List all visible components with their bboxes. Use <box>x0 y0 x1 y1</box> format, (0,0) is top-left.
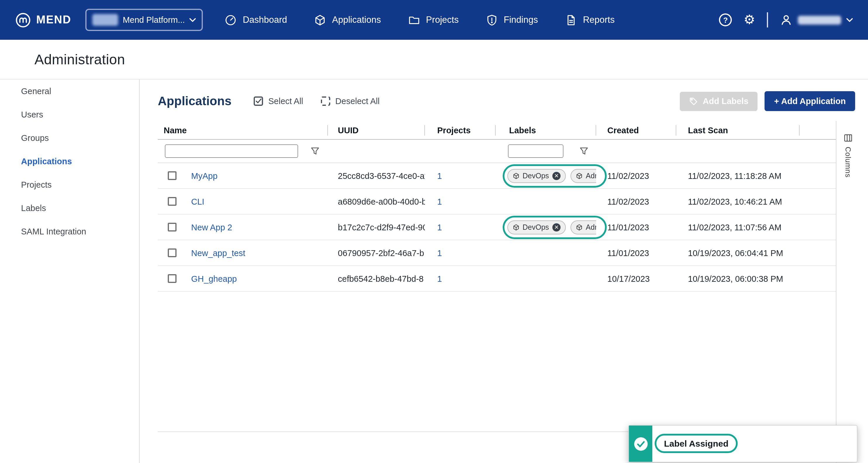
label-chip[interactable]: DevOps ✕ <box>507 169 566 183</box>
toast-body: Label Assigned <box>652 426 857 462</box>
admin-sidebar: General Users Groups Applications Projec… <box>0 80 140 463</box>
app-name-link[interactable]: New_app_test <box>191 248 245 257</box>
row-checkbox[interactable] <box>168 223 177 232</box>
filter-funnel-icon[interactable] <box>580 147 588 155</box>
filter-funnel-icon[interactable] <box>311 147 319 155</box>
header-created-label: Created <box>607 125 639 135</box>
created-date: 11/02/2023 <box>607 197 649 206</box>
toast-success-icon <box>629 426 652 462</box>
columns-panel-toggle[interactable]: Columns <box>836 121 859 463</box>
toast-message: Label Assigned <box>664 438 728 449</box>
header-created[interactable]: Created <box>596 121 676 139</box>
projects-count-link[interactable]: 1 <box>437 274 442 283</box>
row-checkbox[interactable] <box>168 274 177 283</box>
header-name-label: Name <box>164 125 187 135</box>
labels-filter-input[interactable] <box>508 145 563 158</box>
main-nav: Dashboard Applications Projects Findings <box>211 0 628 40</box>
applications-toolbar: Applications Select All Deselect All Add… <box>158 88 855 115</box>
mend-logo[interactable]: MEND <box>15 12 71 28</box>
sidebar-item-groups[interactable]: Groups <box>0 126 139 150</box>
header-last-scan[interactable]: Last Scan <box>676 121 800 139</box>
add-application-label: + Add Application <box>774 96 846 106</box>
row-checkbox[interactable] <box>168 248 177 257</box>
section-heading: Applications <box>158 94 231 108</box>
last-scan-date: 10/19/2023, 06:04:41 PM <box>688 248 783 257</box>
remove-label-icon[interactable]: ✕ <box>552 172 561 180</box>
app-uuid: 25cc8cd3-6537-4ce0-af <box>338 171 425 180</box>
sidebar-item-applications[interactable]: Applications <box>0 150 139 173</box>
nav-applications[interactable]: Applications <box>301 0 394 40</box>
add-labels-button[interactable]: Add Labels <box>680 92 758 111</box>
projects-count-link[interactable]: 1 <box>437 171 442 180</box>
nav-reports[interactable]: Reports <box>552 0 628 40</box>
app-name-link[interactable]: CLI <box>191 197 204 206</box>
nav-dashboard[interactable]: Dashboard <box>211 0 301 40</box>
tag-icon <box>689 97 698 105</box>
table-filter-row <box>158 140 836 163</box>
header-projects-label: Projects <box>437 125 470 135</box>
mend-logo-icon <box>15 12 31 28</box>
projects-count-link[interactable]: 1 <box>437 197 442 206</box>
projects-count-link[interactable]: 1 <box>437 222 442 232</box>
app-uuid: b17c2c7c-d2f9-47ed-90 <box>338 222 425 232</box>
table-row: New App 2 b17c2c7c-d2f9-47ed-90 1 DevOps… <box>158 215 836 240</box>
sidebar-item-label: Users <box>21 110 43 119</box>
deselect-all-button[interactable]: Deselect All <box>320 96 380 106</box>
user-menu[interactable] <box>780 13 853 26</box>
sidebar-item-label: Projects <box>21 180 52 189</box>
label-chip[interactable]: DevOps ✕ <box>507 220 566 234</box>
add-application-button[interactable]: + Add Application <box>765 91 855 111</box>
nav-projects[interactable]: Projects <box>394 0 472 40</box>
sidebar-item-label: Applications <box>21 157 72 166</box>
header-name[interactable]: Name <box>158 121 328 139</box>
deselect-all-icon <box>320 96 330 106</box>
add-labels-label: Add Labels <box>703 96 748 106</box>
select-all-checkbox-icon <box>254 96 263 106</box>
label-cube-icon <box>513 172 520 179</box>
created-date: 10/17/2023 <box>607 274 650 283</box>
remove-label-icon[interactable]: ✕ <box>552 223 561 231</box>
created-date: 11/02/2023 <box>607 171 649 180</box>
created-date: 11/01/2023 <box>607 222 649 232</box>
nav-divider <box>767 12 768 28</box>
row-checkbox[interactable] <box>168 171 177 180</box>
chevron-down-icon <box>190 18 196 22</box>
organization-selector[interactable]: Mend Platform... <box>85 9 203 31</box>
header-labels[interactable]: Labels <box>496 121 596 139</box>
label-chip-text: Adm <box>586 223 596 231</box>
header-projects[interactable]: Projects <box>425 121 496 139</box>
label-chip[interactable]: Adm <box>570 220 596 234</box>
app-uuid: 06790957-2bf2-46a7-b <box>338 248 424 257</box>
sidebar-item-label: Labels <box>21 204 46 213</box>
sidebar-item-users[interactable]: Users <box>0 103 139 126</box>
label-chip[interactable]: Adm <box>570 169 596 183</box>
sidebar-item-saml-integration[interactable]: SAML Integration <box>0 220 139 243</box>
settings-gear-icon[interactable]: ⚙ <box>744 13 755 26</box>
name-filter-input[interactable] <box>165 145 298 158</box>
app-name-link[interactable]: GH_gheapp <box>191 274 237 283</box>
help-icon[interactable]: ? <box>719 13 732 26</box>
projects-count-link[interactable]: 1 <box>437 248 442 257</box>
sidebar-item-label: General <box>21 87 51 96</box>
select-all-label: Select All <box>268 96 303 106</box>
header-uuid-label: UUID <box>338 125 359 135</box>
header-uuid[interactable]: UUID <box>328 121 425 139</box>
annotation-ring-toast: Label Assigned <box>655 434 738 453</box>
app-name-link[interactable]: MyApp <box>191 171 217 180</box>
mend-admin-screen: MEND Mend Platform... Dashboard Applicat… <box>0 0 868 463</box>
app-name-link[interactable]: New App 2 <box>191 222 232 232</box>
nav-reports-label: Reports <box>583 14 615 25</box>
sidebar-item-projects[interactable]: Projects <box>0 173 139 196</box>
page-title: Administration <box>34 51 125 67</box>
select-all-button[interactable]: Select All <box>254 96 303 106</box>
label-cube-icon <box>576 224 583 230</box>
nav-right-cluster: ? ⚙ <box>719 12 868 28</box>
label-cube-icon <box>513 224 520 230</box>
nav-findings[interactable]: Findings <box>472 0 551 40</box>
last-scan-date: 11/02/2023, 10:46:21 AM <box>688 197 782 206</box>
sidebar-item-labels[interactable]: Labels <box>0 196 139 220</box>
dashboard-icon <box>225 14 237 26</box>
row-checkbox[interactable] <box>168 197 177 206</box>
sidebar-item-general[interactable]: General <box>0 80 139 103</box>
redacted-org-name <box>92 14 118 26</box>
